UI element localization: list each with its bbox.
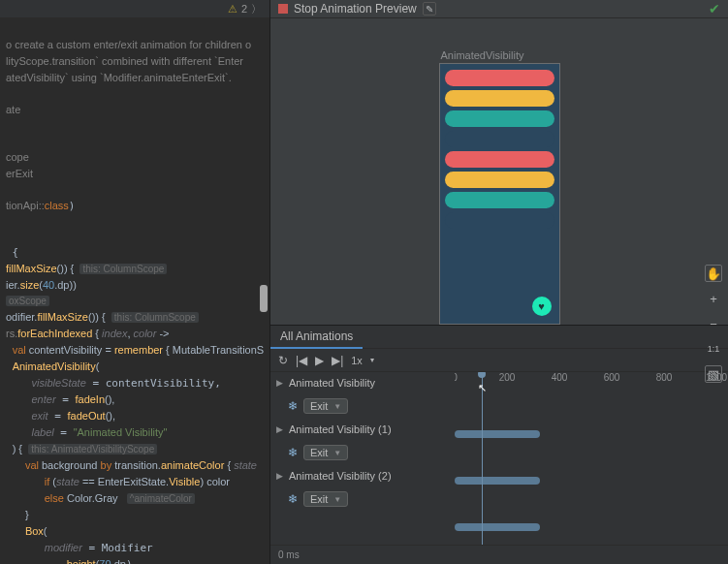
freeze-icon[interactable]: ❄	[288, 399, 298, 413]
stop-icon[interactable]	[278, 4, 288, 14]
zoom-out-icon[interactable]: −	[705, 315, 722, 332]
chevron-down-icon: ▼	[333, 495, 341, 504]
tab-all-animations[interactable]: All Animations	[270, 326, 363, 349]
animation-timeline[interactable]: 02004006008001000 331ms331ms331ms ↖	[455, 372, 728, 545]
device-preview: AnimatedVisibility ♥	[439, 49, 560, 325]
state-value: Exit	[310, 447, 328, 458]
ruler-tick: 600	[604, 372, 620, 383]
animation-body: ▶Animated Visibility❄Exit▼▶Animated Visi…	[270, 372, 728, 545]
preview-bar	[445, 151, 554, 168]
code-editor-pane: ⚠ 2 〉 o create a custom enter/exit anima…	[0, 0, 270, 564]
chevron-down-icon: ▼	[333, 402, 341, 411]
cursor-icon: ↖	[478, 382, 487, 394]
chevron-right-icon[interactable]: ▶	[276, 378, 283, 388]
fab-favorite[interactable]: ♥	[532, 297, 552, 316]
ruler-tick: 400	[552, 372, 568, 383]
chevron-down-icon: ▼	[333, 449, 341, 457]
code-area[interactable]: o create a custom enter/exit animation f…	[0, 17, 269, 564]
state-value: Exit	[310, 400, 328, 412]
preview-canvas[interactable]: AnimatedVisibility ♥ ✋ + − 1:1 ▧	[270, 18, 728, 325]
animation-panel: All Animations ↻ |◀ ▶ ▶| 1x ▾ ▶Animated …	[270, 325, 728, 564]
state-dropdown[interactable]: Exit▼	[303, 398, 348, 414]
animation-row[interactable]: ▶Animated Visibility (1)	[270, 419, 455, 440]
pan-tool-icon[interactable]: ✋	[705, 265, 722, 282]
timeline-track-bar[interactable]	[455, 523, 540, 531]
zoom-in-icon[interactable]: +	[705, 290, 722, 307]
preview-toolbar: Stop Animation Preview ✎ ✔	[270, 0, 728, 18]
loop-icon[interactable]: ↻	[278, 354, 288, 367]
chevron-right-icon[interactable]: ▶	[276, 424, 283, 434]
animation-name: Animated Visibility (1)	[289, 423, 392, 435]
timeline-track-bar[interactable]	[455, 477, 540, 485]
warning-count[interactable]: 2	[241, 3, 247, 15]
warning-icon[interactable]: ⚠	[228, 3, 237, 16]
animation-name: Animated Visibility (2)	[289, 470, 392, 482]
preview-bar	[445, 172, 554, 188]
preview-side-tools: ✋ + − 1:1 ▧	[705, 265, 722, 383]
ruler-tick: 1000	[706, 372, 727, 383]
animation-controls: ↻ |◀ ▶ ▶| 1x ▾	[270, 349, 728, 372]
animation-name: Animated Visibility	[289, 377, 375, 389]
preview-bar	[445, 70, 554, 86]
playback-speed[interactable]: 1x	[351, 355, 363, 366]
toolbar-title[interactable]: Stop Animation Preview	[294, 2, 417, 16]
heart-icon: ♥	[538, 300, 545, 312]
preview-bar	[445, 212, 554, 229]
chevron-right-icon[interactable]: ▶	[276, 471, 283, 481]
speed-dropdown-icon[interactable]: ▾	[370, 356, 374, 364]
inspection-chevron-icon[interactable]: 〉	[251, 2, 262, 16]
status-ok-icon: ✔	[709, 1, 720, 16]
freeze-icon[interactable]: ❄	[288, 446, 298, 459]
animation-state-row: ❄Exit▼	[270, 393, 455, 419]
preview-bar	[445, 192, 554, 208]
device-label: AnimatedVisibility	[439, 49, 560, 61]
state-dropdown[interactable]: Exit▼	[303, 445, 348, 460]
editor-inspection-bar: ⚠ 2 〉	[0, 0, 269, 17]
editor-scrollbar-thumb[interactable]	[260, 285, 268, 312]
ruler-tick: 0	[455, 372, 458, 383]
ruler-tick: 200	[499, 372, 516, 383]
state-dropdown[interactable]: Exit▼	[303, 491, 348, 507]
skip-start-icon[interactable]: |◀	[296, 354, 307, 367]
ruler-tick: 800	[656, 372, 673, 383]
skip-end-icon[interactable]: ▶|	[332, 354, 343, 367]
zoom-fit-icon[interactable]: 1:1	[705, 340, 722, 358]
preview-pane: Stop Animation Preview ✎ ✔ AnimatedVisib…	[270, 0, 728, 564]
animation-footer: 0 ms	[270, 545, 728, 564]
timeline-playhead[interactable]: ↖	[482, 372, 483, 545]
preview-bar	[445, 90, 554, 107]
preview-bar	[445, 110, 554, 127]
state-value: Exit	[310, 493, 328, 505]
timeline-track-bar[interactable]	[455, 430, 540, 438]
freeze-icon[interactable]: ❄	[288, 492, 298, 506]
animation-row[interactable]: ▶Animated Visibility	[270, 372, 455, 393]
animation-tabs: All Animations	[270, 326, 728, 349]
preview-bar	[445, 131, 554, 147]
play-icon[interactable]: ▶	[315, 354, 324, 367]
current-time-label: 0 ms	[278, 549, 300, 560]
animation-state-row: ❄Exit▼	[270, 486, 455, 512]
device-frame[interactable]: ♥	[439, 63, 560, 325]
edit-icon[interactable]: ✎	[423, 2, 436, 16]
animation-state-row: ❄Exit▼	[270, 440, 455, 465]
animation-row[interactable]: ▶Animated Visibility (2)	[270, 465, 455, 486]
